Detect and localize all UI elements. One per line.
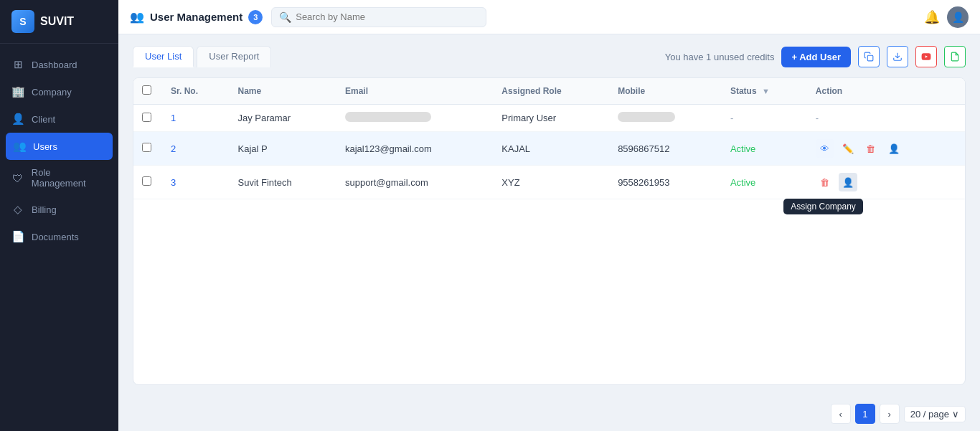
logo-text: SUVIT (40, 15, 74, 28)
row3-delete-btn[interactable]: 🗑 (816, 173, 834, 191)
row3-mobile: 9558261953 (609, 166, 722, 199)
youtube-icon-btn[interactable] (915, 46, 937, 67)
row2-sr: 2 (162, 132, 229, 166)
row2-checkbox[interactable] (142, 143, 151, 152)
tab-user-report[interactable]: User Report (197, 46, 271, 67)
row2-name: Kajal P (229, 132, 336, 166)
row3-checkbox[interactable] (142, 176, 151, 186)
col-name: Name (229, 78, 336, 105)
sidebar: S SUVIT ⊞ Dashboard 🏢 Company 👤 Client 👥… (0, 0, 118, 431)
topbar: 👥 User Management 3 🔍 🔔 👤 (118, 0, 980, 34)
row1-email (336, 105, 493, 132)
sidebar-item-label-company: Company (32, 87, 72, 98)
col-role: Assigned Role (493, 78, 609, 105)
col-action: Action (807, 78, 965, 105)
prev-page-btn[interactable]: ‹ (831, 404, 851, 424)
row3-name: Suvit Fintech (229, 166, 336, 199)
row2-delete-btn[interactable]: 🗑 (862, 139, 880, 158)
row1-mobile (609, 105, 722, 132)
assign-company-tooltip: Assign Company (783, 199, 863, 214)
row3-email: support@gmail.com (336, 166, 493, 199)
topbar-users-icon: 👥 (130, 10, 144, 24)
svg-rect-0 (867, 55, 873, 61)
topbar-left: 👥 User Management 3 (130, 10, 263, 24)
select-all-checkbox[interactable] (142, 85, 151, 95)
row3-actions: 🗑 👤 Assign Company (807, 166, 965, 199)
download-icon-btn[interactable] (887, 46, 908, 67)
topbar-icons: 🔔 👤 (924, 6, 969, 28)
notification-icon[interactable]: 🔔 (924, 9, 940, 25)
col-status: Status ▼ (722, 78, 807, 105)
sidebar-item-label-documents: Documents (32, 232, 79, 242)
row3-sr: 3 (162, 166, 229, 199)
header-right: You have 1 unused credits + Add User (665, 46, 966, 67)
page-1-btn[interactable]: 1 (855, 404, 875, 424)
col-mobile: Mobile (609, 78, 722, 105)
row3-status: Active (722, 166, 807, 199)
sidebar-item-billing[interactable]: ◇ Billing (0, 196, 118, 223)
tabs: User List User Report (133, 46, 271, 67)
sidebar-item-label-billing: Billing (32, 204, 57, 215)
user-table: Sr. No. Name Email Assigned Role Mobile … (133, 77, 966, 385)
row2-email: kajal123@gmail.com (336, 132, 493, 166)
row2-assign-tooltip-container: 👤 (885, 139, 903, 158)
sidebar-item-dashboard[interactable]: ⊞ Dashboard (0, 51, 118, 78)
logo-area: S SUVIT (0, 0, 118, 44)
col-sr-no: Sr. No. (162, 78, 229, 105)
page-size-chevron: ∨ (952, 409, 959, 420)
row3-assign-btn[interactable]: 👤 (839, 173, 857, 191)
row2-action-btns: 👁 ✏️ 🗑 👤 (816, 139, 956, 158)
content-header: User List User Report You have 1 unused … (133, 46, 966, 67)
main-area: 👥 User Management 3 🔍 🔔 👤 User List User… (118, 0, 980, 431)
dashboard-icon: ⊞ (11, 58, 24, 71)
page-size-label: 20 / page (910, 409, 949, 420)
status-filter-icon[interactable]: ▼ (762, 87, 770, 95)
sidebar-item-role-management[interactable]: 🛡 Role Management (0, 160, 118, 196)
search-input[interactable] (296, 11, 479, 22)
sidebar-item-label-client: Client (32, 114, 55, 125)
row1-email-blurred (345, 112, 431, 122)
users-icon: 👥 (13, 140, 26, 153)
row1-status: - (722, 105, 807, 132)
col-email: Email (336, 78, 493, 105)
row1-name: Jay Paramar (229, 105, 336, 132)
sidebar-item-client[interactable]: 👤 Client (0, 105, 118, 133)
sidebar-item-label-users: Users (33, 141, 57, 152)
avatar[interactable]: 👤 (947, 6, 969, 28)
tab-user-list[interactable]: User List (133, 46, 194, 67)
row3-assign-tooltip-container: 👤 Assign Company (839, 173, 857, 191)
sidebar-item-company[interactable]: 🏢 Company (0, 78, 118, 105)
row2-edit-btn[interactable]: ✏️ (839, 139, 857, 158)
table-row: 1 Jay Paramar Primary User - - (133, 105, 965, 132)
search-box[interactable]: 🔍 (271, 7, 486, 27)
export-copy-icon-btn[interactable] (858, 46, 880, 67)
billing-icon: ◇ (11, 203, 24, 216)
table-row: 2 Kajal P kajal123@gmail.com KAJAL 85968… (133, 132, 965, 166)
row2-view-btn[interactable]: 👁 (816, 139, 834, 158)
role-icon: 🛡 (11, 171, 24, 184)
row1-action: - (807, 105, 965, 132)
unused-credits: You have 1 unused credits (665, 52, 775, 62)
content-area: User List User Report You have 1 unused … (118, 34, 980, 397)
pagination: ‹ 1 › 20 / page ∨ (118, 397, 980, 431)
row1-sr: 1 (162, 105, 229, 132)
add-user-button[interactable]: + Add User (781, 47, 851, 67)
row2-mobile: 8596867512 (609, 132, 722, 166)
document-icon-btn[interactable] (944, 46, 966, 67)
page-size-selector[interactable]: 20 / page ∨ (904, 406, 966, 422)
search-icon: 🔍 (279, 11, 291, 23)
row1-role: Primary User (493, 105, 609, 132)
row2-actions: 👁 ✏️ 🗑 👤 (807, 132, 965, 166)
topbar-badge: 3 (248, 10, 263, 24)
row2-status: Active (722, 132, 807, 166)
sidebar-item-label-dashboard: Dashboard (32, 60, 77, 70)
table-row: 3 Suvit Fintech support@gmail.com XYZ 95… (133, 166, 965, 199)
sidebar-item-documents[interactable]: 📄 Documents (0, 223, 118, 250)
sidebar-item-users[interactable]: 👥 Users (6, 133, 113, 160)
row1-checkbox[interactable] (142, 113, 151, 122)
logo-icon: S (11, 10, 34, 33)
row2-assign-btn[interactable]: 👤 (885, 139, 903, 158)
row1-mobile-blurred (618, 112, 675, 122)
row3-action-btns: 🗑 👤 Assign Company (816, 173, 956, 191)
next-page-btn[interactable]: › (880, 404, 900, 424)
